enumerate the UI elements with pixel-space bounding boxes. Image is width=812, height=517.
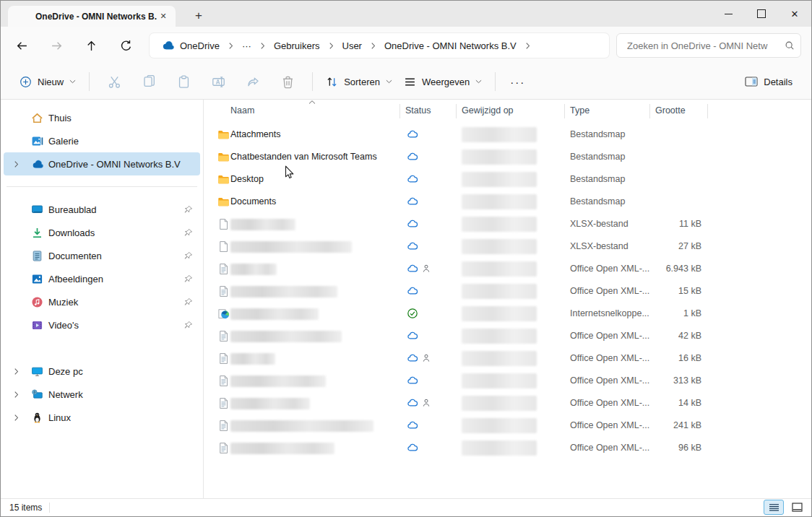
chevron-right-icon[interactable] <box>11 368 21 375</box>
chevron-right-icon[interactable] <box>260 42 265 50</box>
new-tab-button[interactable]: + <box>190 7 207 25</box>
file-row[interactable]: Office Open XML-...96 kB <box>210 437 805 459</box>
minimize-button[interactable] <box>712 1 745 27</box>
file-list: NaamStatusGewijzigd opTypeGrootte Attach… <box>204 100 811 499</box>
file-row[interactable]: Office Open XML-...15 kB <box>210 280 805 303</box>
chevron-right-icon[interactable] <box>11 391 21 399</box>
sidebar-item-bureaublad[interactable]: Bureaublad <box>4 198 200 221</box>
share-button[interactable] <box>246 74 260 89</box>
details-pane-icon <box>745 76 758 87</box>
pin-icon <box>183 251 193 261</box>
back-button[interactable] <box>11 35 33 56</box>
sidebar-item-deze-pc[interactable]: Deze pc <box>4 360 200 383</box>
maximize-button[interactable] <box>745 1 778 27</box>
chevron-right-icon[interactable] <box>525 42 530 50</box>
more-options-button[interactable]: ··· <box>503 76 532 88</box>
search-box[interactable] <box>616 33 801 58</box>
modified-date-redacted <box>462 329 537 344</box>
pin-icon <box>183 228 193 238</box>
column-header-gewijzigd-op[interactable]: Gewijzigd op <box>462 105 514 116</box>
internet-shortcut-icon <box>217 308 230 320</box>
file-row[interactable]: Office Open XML-...241 kB <box>210 414 805 437</box>
column-header-type[interactable]: Type <box>570 105 589 116</box>
file-row[interactable]: Office Open XML-...16 kB <box>210 347 805 370</box>
file-name-redacted <box>230 375 326 387</box>
column-divider[interactable] <box>707 104 708 118</box>
breadcrumb-item[interactable]: Gebruikers <box>269 38 324 54</box>
status-cloud-icon <box>407 240 418 252</box>
chevron-right-icon[interactable] <box>228 42 233 50</box>
copy-button[interactable] <box>142 74 156 89</box>
sidebar-item-muziek[interactable]: Muziek <box>4 290 200 313</box>
view-button[interactable]: Weergeven <box>398 71 488 92</box>
file-row[interactable]: XLSX-bestand11 kB <box>210 213 805 235</box>
sidebar-item-linux[interactable]: Linux <box>4 406 200 429</box>
refresh-button[interactable] <box>115 35 137 56</box>
modified-date-redacted <box>462 418 537 433</box>
chevron-right-icon[interactable] <box>11 160 21 168</box>
file-row[interactable]: Office Open XML-...42 kB <box>210 325 805 347</box>
file-row[interactable]: Internetsnelkoppe...1 kB <box>210 303 805 325</box>
file-doc-icon <box>217 375 230 387</box>
up-button[interactable] <box>80 35 102 56</box>
file-size: 96 kB <box>615 443 701 453</box>
new-button[interactable]: Nieuw <box>14 71 82 92</box>
breadcrumb-overflow[interactable]: ··· <box>238 38 256 54</box>
explorer-tab[interactable]: OneDrive - OMNI Networks B. ✕ <box>8 6 176 27</box>
column-header-naam[interactable]: Naam <box>230 105 254 116</box>
sidebar-item-documenten[interactable]: Documenten <box>4 244 200 267</box>
music-icon <box>31 296 43 308</box>
forward-icon <box>51 40 63 52</box>
file-name-redacted <box>230 308 319 320</box>
column-divider[interactable] <box>649 104 650 118</box>
column-divider[interactable] <box>399 104 400 118</box>
forward-button[interactable] <box>46 35 67 56</box>
sidebar-item-thuis[interactable]: Thuis <box>4 106 200 129</box>
column-header-grootte[interactable]: Grootte <box>655 105 686 116</box>
breadcrumb-item[interactable]: OneDrive <box>157 38 224 54</box>
modified-date-redacted <box>462 149 537 165</box>
sidebar-item-afbeeldingen[interactable]: Afbeeldingen <box>4 267 200 290</box>
folder-icon <box>217 196 230 208</box>
close-button[interactable]: ✕ <box>778 1 811 27</box>
column-header-status[interactable]: Status <box>405 105 431 116</box>
file-row[interactable]: Office Open XML-...313 kB <box>210 370 805 392</box>
sidebar-item-galerie[interactable]: Galerie <box>4 129 200 152</box>
status-cloud-icon <box>407 420 418 431</box>
file-row[interactable]: Office Open XML-...6.943 kB <box>210 258 805 280</box>
large-thumbnails-view-button[interactable] <box>787 500 807 515</box>
chevron-right-icon[interactable] <box>371 42 376 50</box>
pin-icon <box>183 205 193 214</box>
chevron-right-icon[interactable] <box>11 414 21 422</box>
details-view-button[interactable] <box>764 500 784 515</box>
cut-button[interactable] <box>107 74 121 89</box>
modified-date-redacted <box>462 127 537 142</box>
sidebar-item-video-s[interactable]: Video's <box>4 313 200 336</box>
tab-close-icon[interactable]: ✕ <box>157 10 170 23</box>
modified-date-redacted <box>462 284 537 299</box>
status-cloud-icon <box>407 218 418 230</box>
file-row[interactable]: AttachmentsBestandsmap <box>210 123 805 146</box>
breadcrumb-item[interactable]: OneDrive - OMNI Networks B.V <box>380 38 521 54</box>
file-row[interactable]: Chatbestanden van Microsoft TeamsBestand… <box>210 146 805 168</box>
sidebar-item-netwerk[interactable]: Netwerk <box>4 383 200 406</box>
sidebar-item-onedrive-omni-networks-b-v[interactable]: OneDrive - OMNI Networks B.V <box>4 152 200 175</box>
sidebar-item-downloads[interactable]: Downloads <box>4 221 200 244</box>
modified-date-redacted <box>462 440 537 456</box>
file-row[interactable]: Office Open XML-...14 kB <box>210 392 805 414</box>
delete-button[interactable] <box>280 74 295 89</box>
chevron-right-icon[interactable] <box>329 42 334 50</box>
sort-button[interactable]: Sorteren <box>320 71 398 92</box>
file-blank-icon <box>217 240 230 253</box>
file-row[interactable]: XLSX-bestand27 kB <box>210 235 805 258</box>
column-divider[interactable] <box>456 104 457 118</box>
chevron-down-icon <box>475 79 482 84</box>
search-input[interactable] <box>626 40 785 52</box>
file-row[interactable]: DesktopBestandsmap <box>210 168 805 191</box>
details-pane-button[interactable]: Details <box>739 71 798 92</box>
rename-button[interactable] <box>211 74 225 89</box>
file-row[interactable]: DocumentsBestandsmap <box>210 191 805 213</box>
paste-button[interactable] <box>176 74 191 89</box>
breadcrumb-item[interactable]: User <box>338 38 366 54</box>
column-divider[interactable] <box>564 104 565 118</box>
